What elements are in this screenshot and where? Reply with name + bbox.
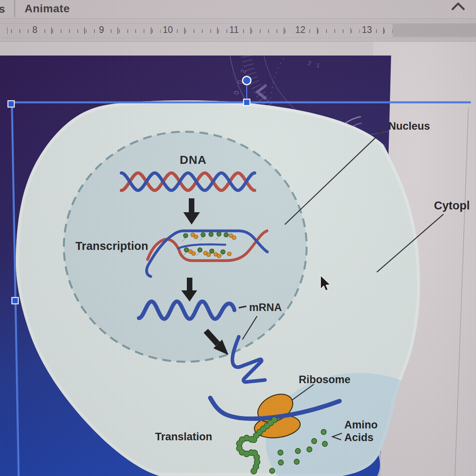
selection-handle-top-left[interactable]: [8, 101, 14, 107]
ruler-mark: 8: [31, 25, 40, 36]
menu-item-partial[interactable]: s: [0, 3, 5, 15]
horizontal-ruler: 8 9 10 11 12 13: [0, 18, 476, 42]
slide-canvas[interactable]: 0 0 2 2 1: [0, 0, 476, 476]
selection-handle-middle-left[interactable]: [12, 298, 18, 304]
ribosome-label: Ribosome: [299, 374, 351, 386]
transcription-label: Transcription: [75, 240, 148, 252]
amino-acids-label-line1: Amino: [344, 419, 378, 431]
dna-label: DNA: [180, 153, 207, 166]
menu-divider: [14, 0, 15, 17]
amino-acids-label-line2: Acids: [344, 432, 374, 443]
translation-label: Translation: [155, 431, 212, 443]
ruler-mark: 12: [293, 25, 307, 36]
ruler-offpage-shade: [393, 24, 476, 37]
selection-handle-top-middle[interactable]: [244, 99, 250, 106]
nucleus-label: Nucleus: [388, 120, 430, 132]
ruler-mark: 11: [227, 25, 241, 36]
mrna-label: mRNA: [249, 301, 282, 313]
top-toolbar: s Animate: [0, 0, 476, 18]
cytoplasm-label-partial: Cytopl: [434, 199, 470, 212]
ruler-mark: 13: [360, 25, 374, 36]
ruler-mark: 9: [97, 25, 106, 36]
rotation-handle[interactable]: [243, 77, 251, 85]
menu-item-animate[interactable]: Animate: [25, 2, 70, 15]
ruler-mark: 10: [161, 25, 175, 36]
chevron-up-icon[interactable]: [451, 2, 465, 11]
